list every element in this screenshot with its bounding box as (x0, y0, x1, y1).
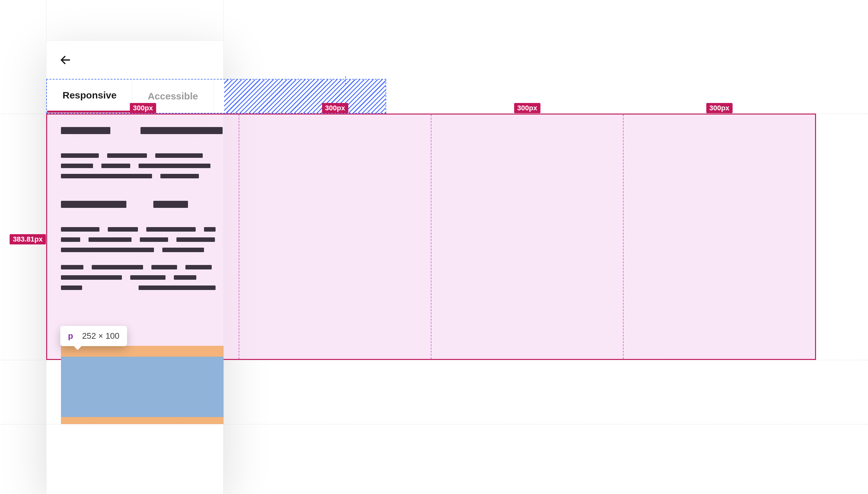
column-width-badge: 300px (706, 103, 732, 113)
redacted-text (61, 174, 152, 178)
redacted-text (108, 227, 138, 232)
redacted-text (162, 248, 204, 252)
redacted-text (176, 238, 215, 242)
inspector-tooltip: p 252 × 100 (60, 326, 127, 346)
redacted-text (61, 285, 82, 290)
selected-element-highlight (61, 346, 224, 424)
redacted-text (151, 265, 177, 269)
container-height-badge: 383.81px (9, 234, 46, 244)
back-bar (46, 40, 224, 79)
redacted-text (140, 127, 223, 134)
overflow-center-tick (345, 76, 346, 85)
redacted-text (155, 153, 203, 158)
flex-column: 300px (431, 115, 623, 359)
card-title (61, 127, 224, 135)
redacted-text (146, 227, 196, 232)
redacted-text (204, 227, 215, 232)
margin-overlay (61, 417, 224, 424)
redacted-text (130, 275, 166, 280)
redacted-text (61, 265, 83, 269)
card-body (61, 227, 224, 252)
flex-column: 300px (623, 115, 815, 359)
redacted-text (61, 238, 80, 242)
card-title (61, 201, 224, 209)
guide-line (0, 424, 868, 424)
margin-overlay (61, 346, 224, 357)
redacted-text (61, 201, 127, 208)
content-overlay (61, 357, 224, 417)
column-width-badge: 300px (514, 103, 540, 113)
overflow-hatch (224, 79, 386, 113)
redacted-text (160, 174, 199, 178)
card-body (61, 265, 224, 290)
redacted-text (140, 238, 168, 242)
card-body (61, 153, 224, 178)
redacted-text (61, 275, 122, 280)
redacted-text (174, 275, 196, 280)
content-card (61, 127, 224, 303)
redacted-text (61, 248, 154, 252)
redacted-text (61, 127, 110, 134)
redacted-text (89, 238, 132, 242)
tab-responsive[interactable]: Responsive (47, 79, 132, 113)
redacted-text (61, 153, 99, 158)
column-width-badge: 300px (322, 103, 348, 113)
flex-column: 300px (239, 115, 431, 359)
column-width-badge: 300px (130, 103, 156, 113)
redacted-text (107, 153, 147, 158)
redacted-text (101, 164, 130, 168)
redacted-text (61, 227, 99, 232)
redacted-text (61, 164, 93, 168)
redacted-text (92, 265, 143, 269)
redacted-text (186, 265, 212, 269)
tab-horizontal[interactable]: Horizontal (214, 79, 224, 113)
redacted-text (153, 201, 188, 208)
redacted-text (139, 164, 210, 168)
tooltip-tag: p (68, 331, 73, 341)
back-arrow-icon[interactable] (59, 54, 72, 66)
redacted-text (139, 285, 215, 290)
tooltip-dimensions: 252 × 100 (82, 331, 119, 341)
